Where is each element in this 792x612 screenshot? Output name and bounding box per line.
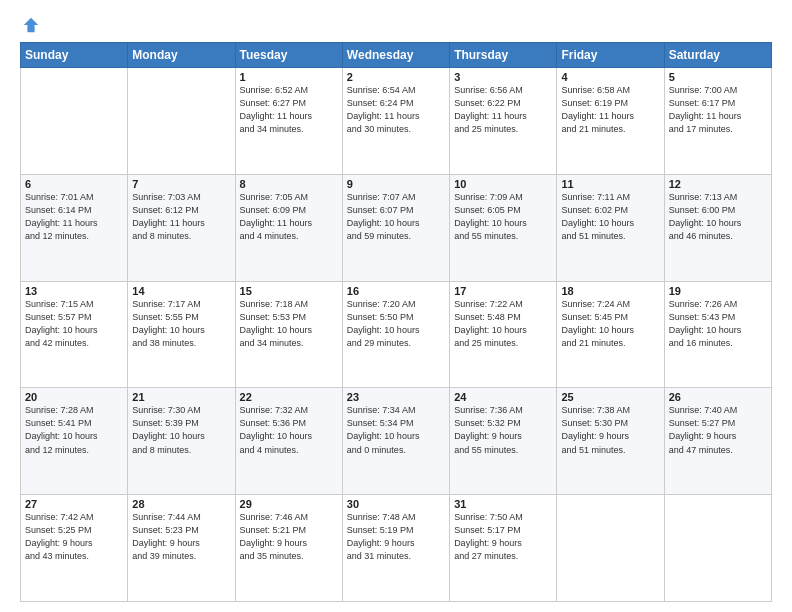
day-number: 19	[669, 285, 767, 297]
calendar-cell: 13Sunrise: 7:15 AM Sunset: 5:57 PM Dayli…	[21, 281, 128, 388]
calendar-cell: 12Sunrise: 7:13 AM Sunset: 6:00 PM Dayli…	[664, 174, 771, 281]
cell-details: Sunrise: 6:52 AM Sunset: 6:27 PM Dayligh…	[240, 84, 338, 136]
cell-details: Sunrise: 7:24 AM Sunset: 5:45 PM Dayligh…	[561, 298, 659, 350]
calendar-week-row: 6Sunrise: 7:01 AM Sunset: 6:14 PM Daylig…	[21, 174, 772, 281]
calendar-day-header: Sunday	[21, 43, 128, 68]
day-number: 26	[669, 391, 767, 403]
calendar-cell: 28Sunrise: 7:44 AM Sunset: 5:23 PM Dayli…	[128, 495, 235, 602]
cell-details: Sunrise: 7:30 AM Sunset: 5:39 PM Dayligh…	[132, 404, 230, 456]
calendar-cell: 4Sunrise: 6:58 AM Sunset: 6:19 PM Daylig…	[557, 68, 664, 175]
calendar-header-row: SundayMondayTuesdayWednesdayThursdayFrid…	[21, 43, 772, 68]
cell-details: Sunrise: 7:40 AM Sunset: 5:27 PM Dayligh…	[669, 404, 767, 456]
calendar-cell: 15Sunrise: 7:18 AM Sunset: 5:53 PM Dayli…	[235, 281, 342, 388]
day-number: 13	[25, 285, 123, 297]
cell-details: Sunrise: 7:46 AM Sunset: 5:21 PM Dayligh…	[240, 511, 338, 563]
day-number: 5	[669, 71, 767, 83]
calendar-day-header: Tuesday	[235, 43, 342, 68]
day-number: 21	[132, 391, 230, 403]
logo-icon	[22, 16, 40, 34]
calendar-cell: 11Sunrise: 7:11 AM Sunset: 6:02 PM Dayli…	[557, 174, 664, 281]
calendar-cell: 23Sunrise: 7:34 AM Sunset: 5:34 PM Dayli…	[342, 388, 449, 495]
day-number: 30	[347, 498, 445, 510]
day-number: 8	[240, 178, 338, 190]
calendar-week-row: 20Sunrise: 7:28 AM Sunset: 5:41 PM Dayli…	[21, 388, 772, 495]
cell-details: Sunrise: 7:44 AM Sunset: 5:23 PM Dayligh…	[132, 511, 230, 563]
day-number: 3	[454, 71, 552, 83]
calendar-cell: 22Sunrise: 7:32 AM Sunset: 5:36 PM Dayli…	[235, 388, 342, 495]
day-number: 10	[454, 178, 552, 190]
day-number: 27	[25, 498, 123, 510]
calendar-cell: 7Sunrise: 7:03 AM Sunset: 6:12 PM Daylig…	[128, 174, 235, 281]
cell-details: Sunrise: 6:58 AM Sunset: 6:19 PM Dayligh…	[561, 84, 659, 136]
day-number: 7	[132, 178, 230, 190]
cell-details: Sunrise: 7:34 AM Sunset: 5:34 PM Dayligh…	[347, 404, 445, 456]
calendar-cell	[21, 68, 128, 175]
calendar-cell: 30Sunrise: 7:48 AM Sunset: 5:19 PM Dayli…	[342, 495, 449, 602]
logo	[20, 16, 40, 32]
cell-details: Sunrise: 7:28 AM Sunset: 5:41 PM Dayligh…	[25, 404, 123, 456]
cell-details: Sunrise: 7:09 AM Sunset: 6:05 PM Dayligh…	[454, 191, 552, 243]
day-number: 23	[347, 391, 445, 403]
cell-details: Sunrise: 6:56 AM Sunset: 6:22 PM Dayligh…	[454, 84, 552, 136]
cell-details: Sunrise: 7:00 AM Sunset: 6:17 PM Dayligh…	[669, 84, 767, 136]
day-number: 12	[669, 178, 767, 190]
calendar-day-header: Thursday	[450, 43, 557, 68]
calendar-day-header: Monday	[128, 43, 235, 68]
calendar-week-row: 1Sunrise: 6:52 AM Sunset: 6:27 PM Daylig…	[21, 68, 772, 175]
cell-details: Sunrise: 7:03 AM Sunset: 6:12 PM Dayligh…	[132, 191, 230, 243]
calendar-cell: 9Sunrise: 7:07 AM Sunset: 6:07 PM Daylig…	[342, 174, 449, 281]
day-number: 20	[25, 391, 123, 403]
calendar-week-row: 13Sunrise: 7:15 AM Sunset: 5:57 PM Dayli…	[21, 281, 772, 388]
calendar-week-row: 27Sunrise: 7:42 AM Sunset: 5:25 PM Dayli…	[21, 495, 772, 602]
cell-details: Sunrise: 7:17 AM Sunset: 5:55 PM Dayligh…	[132, 298, 230, 350]
calendar-table: SundayMondayTuesdayWednesdayThursdayFrid…	[20, 42, 772, 602]
header	[20, 16, 772, 32]
day-number: 2	[347, 71, 445, 83]
cell-details: Sunrise: 7:05 AM Sunset: 6:09 PM Dayligh…	[240, 191, 338, 243]
svg-marker-0	[24, 18, 38, 32]
cell-details: Sunrise: 7:42 AM Sunset: 5:25 PM Dayligh…	[25, 511, 123, 563]
day-number: 17	[454, 285, 552, 297]
calendar-cell: 16Sunrise: 7:20 AM Sunset: 5:50 PM Dayli…	[342, 281, 449, 388]
calendar-cell: 14Sunrise: 7:17 AM Sunset: 5:55 PM Dayli…	[128, 281, 235, 388]
calendar-cell: 31Sunrise: 7:50 AM Sunset: 5:17 PM Dayli…	[450, 495, 557, 602]
calendar-cell: 1Sunrise: 6:52 AM Sunset: 6:27 PM Daylig…	[235, 68, 342, 175]
calendar-cell: 21Sunrise: 7:30 AM Sunset: 5:39 PM Dayli…	[128, 388, 235, 495]
day-number: 22	[240, 391, 338, 403]
day-number: 1	[240, 71, 338, 83]
calendar-cell: 3Sunrise: 6:56 AM Sunset: 6:22 PM Daylig…	[450, 68, 557, 175]
calendar-cell: 29Sunrise: 7:46 AM Sunset: 5:21 PM Dayli…	[235, 495, 342, 602]
cell-details: Sunrise: 7:20 AM Sunset: 5:50 PM Dayligh…	[347, 298, 445, 350]
cell-details: Sunrise: 7:11 AM Sunset: 6:02 PM Dayligh…	[561, 191, 659, 243]
calendar-day-header: Saturday	[664, 43, 771, 68]
cell-details: Sunrise: 7:48 AM Sunset: 5:19 PM Dayligh…	[347, 511, 445, 563]
cell-details: Sunrise: 7:38 AM Sunset: 5:30 PM Dayligh…	[561, 404, 659, 456]
cell-details: Sunrise: 7:15 AM Sunset: 5:57 PM Dayligh…	[25, 298, 123, 350]
day-number: 31	[454, 498, 552, 510]
calendar-cell	[128, 68, 235, 175]
day-number: 18	[561, 285, 659, 297]
day-number: 25	[561, 391, 659, 403]
calendar-cell: 5Sunrise: 7:00 AM Sunset: 6:17 PM Daylig…	[664, 68, 771, 175]
day-number: 4	[561, 71, 659, 83]
calendar-cell: 26Sunrise: 7:40 AM Sunset: 5:27 PM Dayli…	[664, 388, 771, 495]
day-number: 29	[240, 498, 338, 510]
cell-details: Sunrise: 7:07 AM Sunset: 6:07 PM Dayligh…	[347, 191, 445, 243]
calendar-day-header: Friday	[557, 43, 664, 68]
page: SundayMondayTuesdayWednesdayThursdayFrid…	[0, 0, 792, 612]
cell-details: Sunrise: 7:18 AM Sunset: 5:53 PM Dayligh…	[240, 298, 338, 350]
calendar-cell: 27Sunrise: 7:42 AM Sunset: 5:25 PM Dayli…	[21, 495, 128, 602]
calendar-cell: 19Sunrise: 7:26 AM Sunset: 5:43 PM Dayli…	[664, 281, 771, 388]
calendar-cell	[664, 495, 771, 602]
cell-details: Sunrise: 7:36 AM Sunset: 5:32 PM Dayligh…	[454, 404, 552, 456]
calendar-day-header: Wednesday	[342, 43, 449, 68]
day-number: 11	[561, 178, 659, 190]
calendar-cell: 18Sunrise: 7:24 AM Sunset: 5:45 PM Dayli…	[557, 281, 664, 388]
calendar-cell: 25Sunrise: 7:38 AM Sunset: 5:30 PM Dayli…	[557, 388, 664, 495]
cell-details: Sunrise: 7:13 AM Sunset: 6:00 PM Dayligh…	[669, 191, 767, 243]
cell-details: Sunrise: 7:22 AM Sunset: 5:48 PM Dayligh…	[454, 298, 552, 350]
cell-details: Sunrise: 7:26 AM Sunset: 5:43 PM Dayligh…	[669, 298, 767, 350]
day-number: 9	[347, 178, 445, 190]
cell-details: Sunrise: 7:50 AM Sunset: 5:17 PM Dayligh…	[454, 511, 552, 563]
calendar-cell: 17Sunrise: 7:22 AM Sunset: 5:48 PM Dayli…	[450, 281, 557, 388]
